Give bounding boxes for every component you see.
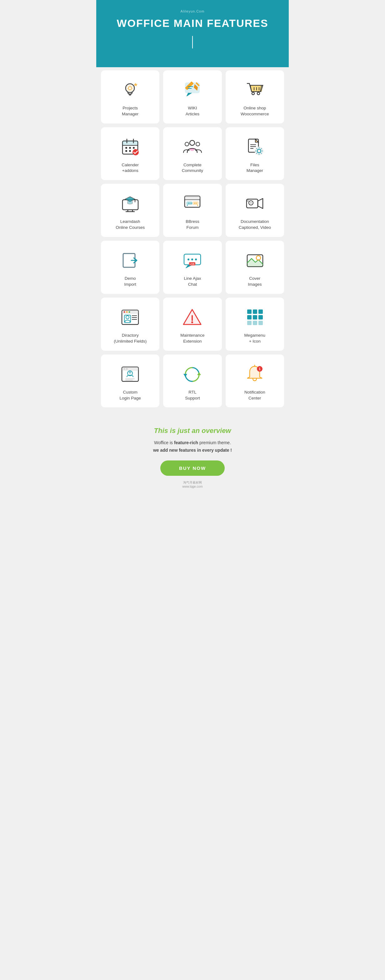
svg-point-59 [195, 259, 197, 260]
svg-point-26 [185, 142, 189, 146]
documentation-video-icon [244, 192, 266, 215]
online-shop-icon [244, 79, 266, 101]
svg-point-9 [252, 92, 255, 95]
footer-section: This is just an overview Woffice is feat… [96, 417, 289, 495]
feature-demo-import: DemoImport [101, 241, 159, 294]
cover-images-icon [244, 250, 266, 271]
svg-point-32 [255, 146, 263, 155]
footer-tagline: This is just an overview [102, 427, 283, 435]
feature-maintenance: MaintenanceExtension [163, 298, 221, 351]
features-row-4: DemoImport LIVE Line AjaxChat [101, 241, 284, 294]
feature-files-manager: FilesManager [226, 127, 284, 180]
features-grid: ProjectsManager WIKIArticles [96, 67, 289, 418]
feature-bbress-forum: BBressForum [163, 184, 221, 237]
bbress-forum-icon [181, 192, 204, 215]
svg-point-75 [191, 321, 193, 323]
svg-point-87 [124, 368, 125, 370]
feature-learndash: LearndashOnline Courses [101, 184, 159, 237]
feature-megamenu: Megamenu+ Icon [226, 298, 284, 351]
feature-line-ajax-chat: LIVE Line AjaxChat [163, 241, 221, 294]
complete-community-icon [181, 136, 204, 158]
svg-point-58 [191, 259, 193, 260]
online-shop-label: Online shopWoocommerce [240, 105, 269, 117]
svg-point-67 [126, 311, 128, 313]
svg-point-66 [124, 311, 125, 313]
svg-rect-76 [247, 309, 251, 314]
directory-label: Diractory(Unlimited Fields) [114, 332, 146, 345]
svg-rect-80 [253, 315, 257, 320]
feature-wiki-articles: WIKIArticles [163, 70, 221, 124]
wiki-articles-icon [181, 79, 204, 101]
svg-text:LIVE: LIVE [190, 263, 195, 265]
main-title: WOFFICE MAIN FEATURES [102, 17, 283, 30]
feature-projects-manager: ProjectsManager [101, 70, 159, 124]
svg-point-20 [129, 147, 131, 149]
learndash-icon [119, 192, 141, 215]
features-row-1: ProjectsManager WIKIArticles [101, 70, 284, 124]
svg-point-45 [188, 202, 189, 204]
notification-center-icon: 1 [244, 363, 266, 385]
svg-rect-83 [253, 321, 257, 325]
svg-point-70 [126, 316, 129, 319]
svg-point-46 [190, 202, 191, 204]
header-divider [192, 36, 193, 48]
features-row-5: Diractory(Unlimited Fields) MaintenanceE… [101, 298, 284, 351]
feature-rtl-support: RTLSupport [163, 355, 221, 407]
notification-center-label: NotificationCenter [244, 390, 265, 401]
svg-marker-51 [258, 199, 263, 208]
svg-rect-81 [258, 315, 263, 320]
svg-rect-78 [258, 309, 263, 314]
complete-community-label: CompleteCommunity [182, 162, 203, 174]
demo-import-icon [119, 250, 141, 271]
feature-custom-login: CustomLogin Page [101, 355, 159, 407]
header-section: Alileyun.Com WOFFICE MAIN FEATURES [96, 0, 289, 67]
rtl-support-label: RTLSupport [185, 390, 200, 401]
projects-manager-icon [119, 79, 141, 101]
svg-rect-44 [193, 202, 199, 205]
watermark-bottom-line2: www.tqge.com [102, 485, 283, 488]
svg-text:1: 1 [259, 367, 261, 371]
svg-point-90 [129, 371, 131, 374]
features-row-3: LearndashOnline Courses [101, 184, 284, 237]
feature-directory: Diractory(Unlimited Fields) [101, 298, 159, 351]
svg-marker-38 [125, 197, 135, 202]
features-row-6: CustomLogin Page RTLSupport [101, 355, 284, 407]
line-ajax-chat-label: Line AjaxChat [184, 276, 201, 288]
svg-rect-15 [123, 141, 138, 145]
custom-login-icon [119, 363, 141, 385]
svg-point-57 [188, 259, 189, 260]
feature-calender: Calender+addons [101, 127, 159, 180]
watermark-top: Alileyun.Com [102, 10, 283, 13]
feature-complete-community: CompleteCommunity [163, 127, 221, 180]
buy-now-button[interactable]: BUY NOW [160, 460, 225, 476]
svg-rect-77 [253, 309, 257, 314]
svg-rect-79 [247, 315, 251, 320]
svg-point-22 [125, 150, 127, 152]
svg-point-19 [125, 147, 127, 149]
files-manager-label: FilesManager [247, 162, 263, 174]
svg-point-3 [129, 87, 132, 90]
learndash-label: LearndashOnline Courses [116, 219, 145, 231]
svg-point-88 [126, 368, 128, 370]
cover-images-label: CoverImages [248, 276, 262, 288]
svg-point-68 [129, 311, 130, 313]
watermark-bottom: 淘气寻素材网 www.tqge.com [102, 480, 283, 488]
custom-login-label: CustomLogin Page [120, 390, 141, 401]
svg-point-54 [247, 200, 249, 202]
demo-import-label: DemoImport [124, 276, 136, 288]
svg-point-49 [196, 202, 197, 204]
megamenu-icon [244, 306, 266, 328]
files-manager-icon [244, 136, 266, 158]
svg-marker-93 [197, 372, 201, 375]
maintenance-label: MaintenanceExtension [180, 332, 204, 345]
documentation-video-label: DocumentationCaptioned, Video [239, 219, 271, 231]
feature-documentation-video: DocumentationCaptioned, Video [226, 184, 284, 237]
megamenu-label: Megamenu+ Icon [244, 332, 266, 345]
calender-icon [119, 136, 141, 158]
line-ajax-chat-icon: LIVE [181, 250, 204, 271]
directory-icon [119, 306, 141, 328]
projects-manager-label: ProjectsManager [122, 105, 138, 117]
maintenance-icon [181, 306, 204, 328]
watermark-bottom-line1: 淘气寻素材网 [102, 480, 283, 485]
feature-cover-images: CoverImages [226, 241, 284, 294]
